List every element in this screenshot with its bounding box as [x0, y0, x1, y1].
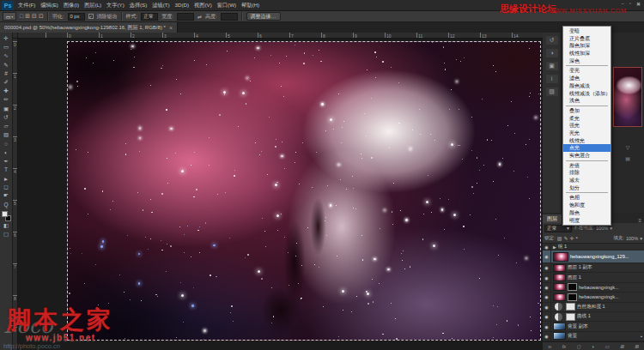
height-input[interactable]	[221, 13, 238, 21]
layer-row[interactable]: ◉▶组 1	[543, 244, 644, 250]
document-tab[interactable]: 000004.psd @ 50%(hebaowangxingkong-12980…	[0, 22, 178, 33]
dodge-tool[interactable]: ◐	[1, 148, 12, 156]
blend-option-颜色[interactable]: 颜色	[563, 209, 611, 217]
marquee-tool[interactable]: ▭	[1, 43, 12, 51]
history-panel-icon[interactable]: ↺	[546, 36, 558, 45]
eye-icon[interactable]: ◉	[543, 244, 551, 250]
intersect-selection-icon[interactable]: ⊡	[39, 13, 44, 20]
blend-option-明度[interactable]: 明度	[563, 217, 611, 225]
antialias-checkbox[interactable]: ✓	[88, 14, 94, 19]
brush-tool[interactable]: ✏	[1, 95, 12, 104]
eye-icon[interactable]: ◉	[543, 263, 551, 272]
menu-item-窗口(W)[interactable]: 窗口(W)	[217, 2, 236, 9]
hand-tool[interactable]: ☛	[1, 191, 12, 200]
fill-value[interactable]: 100%	[626, 236, 638, 241]
blend-option-正片叠底[interactable]: 正片叠底	[563, 35, 611, 43]
menu-item-图像(I)[interactable]: 图像(I)	[64, 2, 79, 9]
blend-option-颜色减淡[interactable]: 颜色减淡	[563, 82, 611, 90]
layer-row[interactable]: ◉hebaowangxingk...	[543, 293, 644, 302]
menu-item-文件(F)[interactable]: 文件(F)	[18, 2, 35, 9]
eye-icon[interactable]: ◉	[543, 322, 551, 330]
new-layer-icon[interactable]: ⊞	[620, 344, 624, 349]
opacity-value[interactable]: 100%	[596, 226, 608, 231]
chevron-down-icon[interactable]: ▾	[640, 236, 642, 241]
eye-icon[interactable]: ◉	[543, 312, 551, 321]
subtract-selection-icon[interactable]: ⊟	[32, 13, 37, 20]
add-mask-icon[interactable]: ◻	[576, 344, 580, 349]
menu-item-文字(Y)[interactable]: 文字(Y)	[106, 2, 125, 9]
blend-option-浅色[interactable]: 浅色	[563, 97, 611, 105]
swatches-panel-icon[interactable]: ▤	[625, 155, 630, 161]
feather-input[interactable]: 0 px	[68, 13, 85, 21]
navigator-thumbnail[interactable]	[613, 67, 642, 127]
pen-tool[interactable]: ✒	[1, 157, 12, 166]
blend-option-排除[interactable]: 排除	[563, 169, 611, 177]
clone-stamp-tool[interactable]: ▣	[1, 105, 12, 113]
adjustments-panel-icon[interactable]: ◑	[546, 49, 558, 57]
blend-option-减去[interactable]: 减去	[563, 177, 611, 184]
layer-row[interactable]: ◉曲线 1	[543, 312, 644, 322]
menu-item-视图(V)[interactable]: 视图(V)	[194, 2, 212, 9]
style-select[interactable]: 正常	[141, 13, 158, 21]
layer-row[interactable]: ◉图层 1	[543, 273, 644, 282]
blend-option-实色混合[interactable]: 实色混合	[563, 152, 611, 160]
layer-row[interactable]: ◉图层 1 副本	[543, 263, 644, 273]
foreground-color-swatch[interactable]	[2, 211, 8, 217]
adjustment-layer-icon[interactable]: ◑	[591, 344, 593, 349]
blend-option-差值[interactable]: 差值	[563, 162, 611, 170]
styles-panel-icon[interactable]: ▣	[546, 62, 558, 70]
eye-icon[interactable]: ◉	[543, 283, 551, 292]
layer-row[interactable]: ◉背景 副本	[543, 322, 644, 331]
lock-position-icon[interactable]: ✛	[569, 235, 574, 241]
lock-all-icon[interactable]: ▪	[575, 235, 577, 241]
history-brush-tool[interactable]: ↺	[1, 113, 12, 122]
layer-row[interactable]: ◉自然饱和度 1	[543, 303, 644, 312]
link-layers-icon[interactable]: ∞	[548, 344, 551, 349]
eye-icon[interactable]: ◉	[543, 303, 551, 311]
blend-option-饱和度[interactable]: 饱和度	[563, 202, 611, 209]
delete-layer-icon[interactable]: ⊠	[635, 344, 639, 349]
lasso-tool[interactable]: ∿	[1, 51, 12, 60]
new-selection-icon[interactable]: □	[20, 13, 23, 20]
blend-option-叠加[interactable]: 叠加	[563, 107, 611, 115]
menu-item-图层(L)[interactable]: 图层(L)	[84, 2, 101, 9]
layer-effects-icon[interactable]: fx	[562, 344, 566, 349]
blend-option-线性加深[interactable]: 线性加深	[563, 50, 611, 57]
info-panel-icon[interactable]: i	[546, 75, 558, 83]
blend-option-色相[interactable]: 色相	[563, 194, 611, 202]
gradient-tool[interactable]: ▨	[1, 130, 12, 139]
blend-option-强光[interactable]: 强光	[563, 122, 611, 130]
eye-icon[interactable]: ◉	[543, 293, 551, 301]
move-tool[interactable]: ✛	[1, 34, 12, 43]
blend-option-变暗[interactable]: 变暗	[563, 27, 611, 35]
blend-option-颜色加深[interactable]: 颜色加深	[563, 42, 611, 50]
shape-tool[interactable]: ◻	[1, 183, 12, 191]
eraser-tool[interactable]: ▱	[1, 122, 12, 130]
blend-option-滤色[interactable]: 滤色	[563, 75, 611, 82]
blend-option-点光[interactable]: 点光	[563, 144, 611, 152]
blend-option-线性光[interactable]: 线性光	[563, 137, 611, 145]
screen-mode-icon[interactable]: ▢	[1, 230, 12, 238]
swap-dimensions-icon[interactable]: ⇄	[197, 14, 202, 20]
crop-tool[interactable]: #	[1, 69, 12, 78]
blend-option-深色[interactable]: 深色	[563, 57, 611, 65]
quick-select-tool[interactable]: ✎	[1, 61, 12, 69]
quick-mask-icon[interactable]: ◧	[1, 221, 12, 230]
expand-arrow-icon[interactable]: ▶	[553, 244, 556, 250]
blend-option-线性减淡（添加）[interactable]: 线性减淡（添加）	[563, 90, 611, 98]
menu-item-3D(D)[interactable]: 3D(D)	[175, 2, 190, 9]
type-tool[interactable]: T	[1, 166, 12, 174]
document-image[interactable]	[67, 41, 541, 341]
collapse-panel-icon[interactable]: ▽	[626, 144, 630, 150]
lock-transparent-icon[interactable]: ▨	[557, 235, 562, 241]
layer-group-icon[interactable]: ▭	[605, 344, 609, 349]
menu-item-帮助(H)[interactable]: 帮助(H)	[241, 2, 259, 9]
width-input[interactable]	[177, 13, 194, 21]
eye-icon[interactable]: ◉	[543, 250, 551, 262]
layer-row[interactable]: ◉hebaowangxingk...	[543, 283, 644, 293]
color-panel-icon[interactable]: ▨	[546, 88, 558, 96]
blend-option-亮光[interactable]: 亮光	[563, 130, 611, 137]
path-select-tool[interactable]: ►	[1, 174, 12, 183]
lock-pixels-icon[interactable]: ✎	[563, 235, 568, 241]
refine-edge-button[interactable]: 调整边缘…	[246, 12, 281, 21]
